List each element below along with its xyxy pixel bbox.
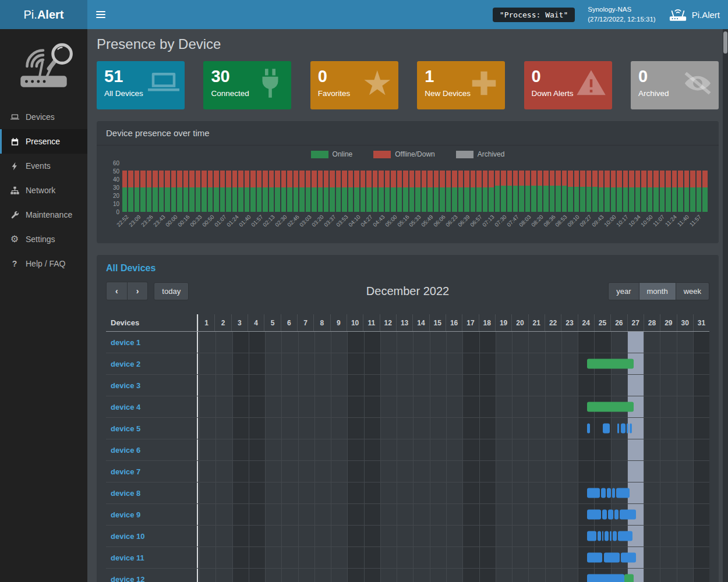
device-link[interactable]: device 9 bbox=[106, 504, 198, 525]
chart-bar bbox=[373, 171, 377, 212]
presence-event-bar[interactable] bbox=[608, 510, 613, 520]
presence-event-bar[interactable] bbox=[602, 510, 607, 520]
x-tick-label: 00:16 bbox=[176, 214, 191, 228]
sidebar-item-presence[interactable]: Presence bbox=[0, 129, 87, 154]
info-box-down-alerts[interactable]: 0Down Alerts bbox=[524, 61, 612, 109]
app-logo[interactable]: Pi.Alert bbox=[0, 0, 87, 29]
info-box-new-devices[interactable]: 1New Devices bbox=[417, 61, 505, 109]
presence-event-bar[interactable] bbox=[618, 531, 632, 541]
presence-event-bar[interactable] bbox=[587, 424, 590, 434]
presence-event-bar[interactable] bbox=[621, 553, 635, 563]
today-button[interactable]: today bbox=[154, 282, 189, 300]
chart-bar bbox=[257, 171, 261, 212]
presence-event-bar[interactable] bbox=[613, 531, 617, 541]
day-header: 4 bbox=[248, 314, 264, 331]
presence-event-bar[interactable] bbox=[587, 359, 634, 369]
presence-event-bar[interactable] bbox=[614, 510, 619, 520]
device-link[interactable]: device 7 bbox=[106, 461, 198, 482]
presence-event-bar[interactable] bbox=[598, 531, 601, 541]
presence-event-bar[interactable] bbox=[604, 553, 619, 563]
presence-event-bar[interactable] bbox=[630, 424, 632, 434]
sidebar-item-network[interactable]: Network bbox=[0, 178, 87, 203]
view-month-button[interactable]: month bbox=[639, 282, 676, 300]
presence-event-bar[interactable] bbox=[602, 531, 604, 541]
sidebar-item-maintenance[interactable]: Maintenance bbox=[0, 203, 87, 227]
chart-bar bbox=[403, 171, 408, 212]
presence-event-bar[interactable] bbox=[624, 574, 634, 582]
x-tick-label: 07:47 bbox=[506, 214, 520, 228]
legend-offline-down: Offline/Down bbox=[373, 150, 434, 158]
presence-event-bar[interactable] bbox=[587, 574, 624, 582]
device-track bbox=[198, 418, 709, 439]
presence-event-bar[interactable] bbox=[605, 531, 609, 541]
presence-event-bar[interactable] bbox=[601, 488, 606, 498]
device-link[interactable]: device 1 bbox=[106, 332, 198, 353]
chart-bar bbox=[525, 171, 530, 212]
presence-event-bar[interactable] bbox=[621, 424, 625, 434]
device-link[interactable]: device 2 bbox=[106, 353, 198, 374]
sidebar-item-help-faq[interactable]: ?Help / FAQ bbox=[0, 251, 87, 276]
device-link[interactable]: device 11 bbox=[106, 547, 198, 568]
device-link[interactable]: device 6 bbox=[106, 439, 198, 460]
presence-event-bar[interactable] bbox=[610, 531, 612, 541]
presence-event-bar[interactable] bbox=[612, 488, 615, 498]
day-header: 20 bbox=[511, 314, 528, 331]
day-header: 30 bbox=[677, 314, 693, 331]
chart-bar bbox=[666, 171, 670, 212]
x-tick-label: 02:46 bbox=[286, 214, 301, 228]
legend-label: Online bbox=[333, 150, 353, 158]
presence-event-bar[interactable] bbox=[587, 553, 602, 563]
presence-event-bar[interactable] bbox=[587, 531, 596, 541]
chart-bar bbox=[299, 171, 304, 212]
presence-event-bar[interactable] bbox=[587, 402, 634, 412]
presence-event-bar[interactable] bbox=[603, 424, 609, 434]
presence-event-bar[interactable] bbox=[617, 424, 619, 434]
info-box-favorites[interactable]: 0Favorites★ bbox=[310, 61, 398, 109]
chart-bar bbox=[648, 171, 652, 212]
sidebar-item-settings[interactable]: ⚙Settings bbox=[0, 227, 87, 251]
navbar-brand[interactable]: Pi.Alert bbox=[669, 8, 720, 22]
x-tick-label: 01:40 bbox=[238, 214, 252, 228]
device-link[interactable]: device 5 bbox=[106, 418, 198, 439]
info-box-archived[interactable]: 0Archived bbox=[631, 61, 719, 109]
presence-event-bar[interactable] bbox=[607, 488, 611, 498]
view-week-button[interactable]: week bbox=[676, 282, 709, 300]
chart-bar bbox=[232, 171, 237, 212]
presence-event-bar[interactable] bbox=[620, 510, 636, 520]
device-link[interactable]: device 4 bbox=[106, 396, 198, 417]
chart-bar bbox=[415, 171, 420, 212]
page-scrollbar[interactable] bbox=[723, 29, 728, 582]
device-link[interactable]: device 10 bbox=[106, 526, 198, 546]
chart-bar bbox=[690, 171, 695, 212]
sidebar-item-label: Network bbox=[26, 186, 55, 195]
legend-online: Online bbox=[311, 150, 353, 158]
presence-event-bar[interactable] bbox=[587, 510, 601, 520]
device-link[interactable]: device 3 bbox=[106, 375, 198, 396]
presence-event-bar[interactable] bbox=[627, 424, 628, 434]
info-box-connected[interactable]: 30Connected bbox=[203, 61, 291, 109]
x-tick-label: 09:27 bbox=[578, 214, 593, 228]
info-box-all-devices[interactable]: 51All Devices bbox=[97, 61, 185, 109]
sidebar-item-devices[interactable]: Devices bbox=[0, 105, 87, 129]
presence-event-bar[interactable] bbox=[616, 488, 630, 498]
sidebar-toggle-button[interactable] bbox=[87, 0, 114, 29]
x-tick-label: 02:30 bbox=[274, 214, 288, 228]
sidebar-item-events[interactable]: Events bbox=[0, 154, 87, 178]
chart-bar bbox=[330, 171, 334, 212]
presence-event-bar[interactable] bbox=[587, 488, 599, 498]
device-link[interactable]: device 12 bbox=[106, 569, 198, 582]
day-header: 13 bbox=[396, 314, 412, 331]
chart-x-axis: 22:5223:0923:2623:4300:0000:1600:3300:50… bbox=[122, 212, 707, 241]
chart-bar bbox=[342, 171, 347, 212]
device-link[interactable]: device 8 bbox=[106, 482, 198, 503]
device-row: device 1 bbox=[106, 332, 709, 353]
scrollbar-thumb[interactable] bbox=[723, 31, 727, 54]
next-button[interactable]: › bbox=[128, 282, 149, 300]
prev-button[interactable]: ‹ bbox=[106, 282, 128, 300]
chart-bar bbox=[391, 171, 395, 212]
gantt-header: Devices123456789101112131415161718192021… bbox=[106, 314, 709, 332]
presence-chart: OnlineOffline/DownArchived 6050403020100… bbox=[97, 146, 719, 243]
device-row: device 3 bbox=[106, 375, 709, 396]
view-year-button[interactable]: year bbox=[608, 282, 639, 300]
device-track bbox=[198, 569, 709, 582]
